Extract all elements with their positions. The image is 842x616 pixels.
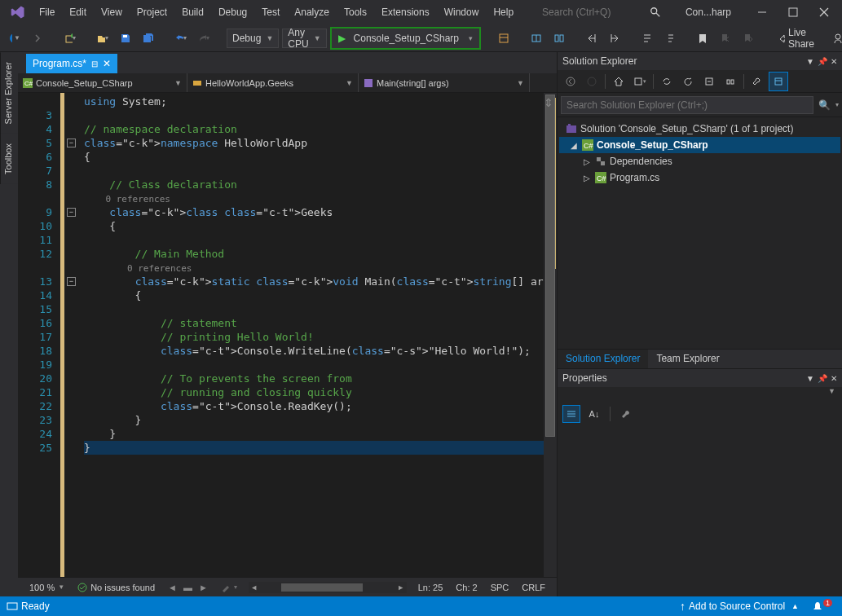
fold-toggle[interactable]: −	[67, 208, 76, 217]
breadcrumb-member[interactable]: Main(string[] args)▼	[359, 73, 530, 92]
se-home-button[interactable]	[609, 72, 628, 91]
bookmark-button[interactable]	[693, 29, 712, 48]
save-button[interactable]	[116, 29, 135, 48]
se-fwd-button[interactable]	[582, 72, 602, 91]
title-search-input[interactable]	[542, 7, 640, 18]
fold-toggle[interactable]: −	[67, 139, 76, 147]
add-source-control[interactable]: ↑ Add to Source Control ▲	[673, 600, 805, 613]
menu-tools[interactable]: Tools	[337, 3, 373, 21]
menu-extensions[interactable]: Extensions	[375, 3, 436, 21]
comment-button[interactable]	[637, 29, 657, 48]
error-nav[interactable]: ◄▬►	[161, 583, 214, 592]
se-switch-views-button[interactable]: ▾	[630, 72, 650, 91]
props-wrench-button[interactable]	[617, 405, 635, 423]
open-file-button[interactable]: ▾	[93, 29, 112, 48]
tool-btn-3[interactable]	[549, 29, 569, 48]
props-dropdown-icon[interactable]: ▼	[828, 387, 835, 402]
main-menu: FileEditViewProjectBuildDebugTestAnalyze…	[33, 3, 520, 21]
menu-project[interactable]: Project	[130, 3, 174, 21]
bookmark-next-button[interactable]	[738, 29, 758, 48]
title-search[interactable]	[536, 4, 667, 20]
notifications-button[interactable]: 1	[805, 601, 842, 612]
menu-analyze[interactable]: Analyze	[288, 3, 336, 21]
config-combo[interactable]: Debug▼	[227, 29, 279, 48]
menu-file[interactable]: File	[33, 3, 61, 21]
save-all-button[interactable]	[139, 29, 158, 48]
se-showall-button[interactable]	[721, 72, 740, 91]
new-project-button[interactable]: ▾	[60, 29, 80, 48]
horizontal-scroll-thumb[interactable]	[281, 583, 363, 592]
minimize-button[interactable]	[747, 0, 777, 24]
pane-close-icon[interactable]: ✕	[831, 57, 837, 66]
nav-fwd-button[interactable]	[28, 29, 47, 48]
fold-toggle[interactable]: −	[67, 277, 76, 286]
menu-debug[interactable]: Debug	[212, 3, 253, 21]
nav-back-button[interactable]: ▼	[5, 29, 24, 48]
start-debug-button[interactable]: ▶ Console_Setup_CSharp ▾	[330, 27, 481, 50]
menu-build[interactable]: Build	[175, 3, 210, 21]
live-share-button[interactable]: Live Share	[771, 27, 825, 50]
indent-in-button[interactable]	[605, 29, 624, 48]
expander-icon[interactable]: ▷	[582, 157, 592, 166]
menu-window[interactable]: Window	[438, 3, 486, 21]
uncomment-button[interactable]	[660, 29, 680, 48]
close-tab-icon[interactable]: ✕	[103, 58, 111, 69]
maximize-button[interactable]	[778, 0, 808, 24]
pane-close-icon[interactable]: ✕	[831, 374, 837, 383]
solution-explorer-search[interactable]: 🔍▾	[558, 93, 842, 117]
file-node[interactable]: ▷ C# Program.cs	[559, 169, 840, 186]
menu-edit[interactable]: Edit	[63, 3, 93, 21]
se-preview-button[interactable]	[769, 72, 788, 91]
categorized-button[interactable]	[562, 405, 580, 423]
horizontal-scrollbar[interactable]: ◄ ►	[249, 582, 407, 593]
se-back-button[interactable]	[561, 72, 580, 91]
pane-dropdown-icon[interactable]: ▼	[806, 57, 814, 66]
side-tab-server-explorer[interactable]: Server Explorer	[0, 52, 18, 134]
pane-dropdown-icon[interactable]: ▼	[806, 374, 814, 383]
feedback-button[interactable]	[828, 29, 842, 48]
menu-test[interactable]: Test	[255, 3, 286, 21]
indent-out-button[interactable]	[582, 29, 602, 48]
vertical-scrollbar[interactable]	[544, 93, 557, 577]
expander-icon[interactable]: ▷	[582, 174, 592, 183]
expander-icon[interactable]: ◢	[569, 141, 579, 150]
undo-button[interactable]: ▾	[171, 29, 191, 48]
close-button[interactable]	[809, 0, 839, 24]
search-icon[interactable]: 🔍	[813, 99, 835, 111]
code-area[interactable]: using System;// namespace declarationcla…	[81, 93, 544, 577]
platform-combo[interactable]: Any CPU▼	[282, 29, 326, 48]
brush-icon[interactable]	[221, 583, 231, 592]
pin-icon[interactable]: ⊟	[91, 59, 98, 68]
eol-mode[interactable]: CRLF	[515, 583, 552, 592]
tool-btn-2[interactable]	[527, 29, 546, 48]
issues-status[interactable]: No issues found	[71, 583, 161, 592]
se-properties-button[interactable]	[747, 72, 767, 91]
solution-tree[interactable]: Solution 'Console_Setup_CSharp' (1 of 1 …	[558, 117, 842, 349]
project-node[interactable]: ◢ C# Console_Setup_CSharp	[559, 137, 840, 153]
bookmark-prev-button[interactable]	[716, 29, 735, 48]
se-sync-button[interactable]	[657, 72, 677, 91]
whitespace-mode[interactable]: SPC	[484, 583, 516, 592]
redo-button[interactable]: ▾	[194, 29, 214, 48]
menu-view[interactable]: View	[95, 3, 129, 21]
pane-pin-icon[interactable]: 📌	[818, 374, 827, 383]
zoom-level[interactable]: 100 %▼	[23, 583, 71, 592]
tab-solution-explorer[interactable]: Solution Explorer	[558, 350, 648, 368]
side-tab-toolbox[interactable]: Toolbox	[0, 134, 18, 184]
editor-body[interactable]: ⇕ 34567891011121314151617181920212223242…	[18, 93, 557, 577]
solution-explorer-search-input[interactable]	[561, 96, 813, 114]
se-collapse-button[interactable]	[699, 72, 719, 91]
breadcrumb-project[interactable]: C# Console_Setup_CSharp▼	[18, 73, 187, 92]
vertical-scroll-thumb[interactable]	[545, 95, 555, 437]
tab-team-explorer[interactable]: Team Explorer	[648, 350, 727, 368]
dependencies-node[interactable]: ▷ Dependencies	[559, 153, 840, 169]
solution-node[interactable]: Solution 'Console_Setup_CSharp' (1 of 1 …	[559, 121, 840, 137]
tool-btn-1[interactable]	[494, 29, 514, 48]
document-tab[interactable]: Program.cs* ⊟ ✕	[26, 54, 117, 73]
breadcrumb-type[interactable]: HelloWorldApp.Geeks▼	[187, 73, 359, 92]
se-refresh-button[interactable]	[678, 72, 698, 91]
split-editor-icon[interactable]: ⇕	[544, 96, 553, 109]
menu-help[interactable]: Help	[487, 3, 520, 21]
alphabetical-button[interactable]: A↓	[585, 405, 603, 423]
pane-pin-icon[interactable]: 📌	[818, 57, 827, 66]
